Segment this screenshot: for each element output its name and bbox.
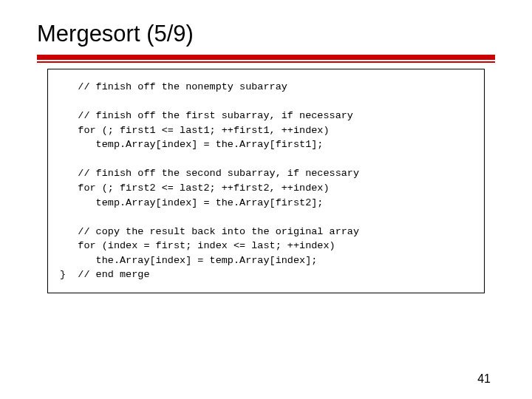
title-area: Mergesort (5/9) xyxy=(0,0,532,47)
code-line: the.Array[index] = temp.Array[index]; xyxy=(60,255,317,266)
code-line: // finish off the first subarray, if nec… xyxy=(60,110,353,121)
code-line: // copy the result back into the origina… xyxy=(60,226,359,237)
title-underline-thick xyxy=(37,55,495,60)
code-line: } // end merge xyxy=(60,269,150,280)
page-number: 41 xyxy=(477,372,491,386)
code-line: // finish off the nonempty subarray xyxy=(60,81,287,92)
slide: Mergesort (5/9) // finish off the nonemp… xyxy=(0,0,532,293)
slide-title: Mergesort (5/9) xyxy=(37,21,495,47)
code-line: for (; first2 <= last2; ++first2, ++inde… xyxy=(60,183,330,194)
code-box: // finish off the nonempty subarray // f… xyxy=(47,69,485,293)
code-line: // finish off the second subarray, if ne… xyxy=(60,168,359,179)
code-line: temp.Array[index] = the.Array[first2]; xyxy=(60,197,323,208)
code-line: for (; first1 <= last1; ++first1, ++inde… xyxy=(60,125,330,136)
title-underline-thin xyxy=(37,61,495,63)
code-line: temp.Array[index] = the.Array[first1]; xyxy=(60,139,323,150)
code-line: for (index = first; index <= last; ++ind… xyxy=(60,240,335,251)
